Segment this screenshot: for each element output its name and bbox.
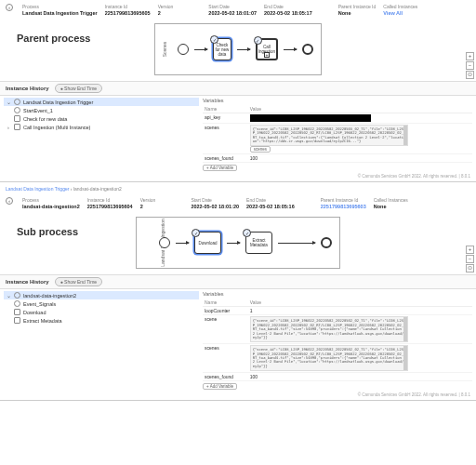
process-label: Process xyxy=(22,197,80,203)
col-value: Value xyxy=(248,299,472,307)
tree-row[interactable]: Check for new data xyxy=(4,114,199,123)
col-value: Value xyxy=(248,105,472,113)
scrollbar[interactable] xyxy=(403,317,407,341)
variable-row: scene{"scene_id":"LC08_L2SP_196022_20220… xyxy=(203,315,472,344)
process-name: landsat-data-ingestion2 xyxy=(22,204,80,209)
diagram-canvas[interactable]: Scenes ✓Check for new data ✓Call Ingesti… xyxy=(154,23,322,75)
tree-row[interactable]: StartEvent_1 xyxy=(4,106,199,114)
scrollbar[interactable] xyxy=(403,346,407,370)
parent-header: ‹ ProcessLandsat Data Ingestion Trigger … xyxy=(0,0,476,20)
node-icon xyxy=(14,309,20,315)
variable-row: scenes_found100 xyxy=(203,373,472,381)
called-label: Called Instances xyxy=(374,197,408,203)
view-all-link[interactable]: View All xyxy=(383,10,417,16)
task-extract-metadata[interactable]: ✓Extract Metadata xyxy=(245,232,272,254)
end-event-icon[interactable] xyxy=(302,44,313,55)
node-icon xyxy=(14,107,20,113)
node-label: Event_Signals xyxy=(23,301,56,307)
node-icon xyxy=(14,99,20,105)
task-check-data[interactable]: ✓Check for new data xyxy=(213,38,231,60)
zoom-out-button[interactable]: − xyxy=(466,255,474,263)
parent-instance-link[interactable]: 2251799813695603 xyxy=(321,204,366,209)
start-event-icon[interactable] xyxy=(159,237,170,248)
expand-subprocess-icon[interactable]: + xyxy=(264,52,270,58)
zoom-reset-button[interactable]: ⊙ xyxy=(466,264,474,272)
variables-table: NameValue loopCounter1scene{"scene_id":"… xyxy=(203,299,472,381)
variable-name: scenes_found xyxy=(203,154,248,163)
parent-instance-label: Parent Instance Id xyxy=(321,197,366,203)
zoom-in-button[interactable]: + xyxy=(466,246,474,254)
redacted-value xyxy=(250,114,371,122)
parent-panel: ‹ ProcessLandsat Data Ingestion Trigger … xyxy=(0,0,476,182)
sequence-flow xyxy=(194,49,207,50)
scrollbar[interactable] xyxy=(403,126,407,145)
value-pill[interactable]: scenes xyxy=(250,146,271,153)
task-badge-icon: ✓ xyxy=(210,35,218,44)
back-icon[interactable]: ‹ xyxy=(6,4,13,11)
parent-instance-label: Parent Instance Id xyxy=(338,4,377,9)
variables-title: Variables xyxy=(203,98,472,103)
start-event-icon[interactable] xyxy=(178,44,189,55)
json-value[interactable]: {"scene_id":"LC08_L2SP_196022_20220502_2… xyxy=(250,345,408,371)
variable-value: 100 xyxy=(250,155,258,161)
start-date: 2022-05-02 18:01:20 xyxy=(191,204,239,209)
variable-name: scenes xyxy=(203,124,248,154)
json-value[interactable]: {"scene_id":"LC08_L2SP_196022_20220502_2… xyxy=(250,316,408,342)
task-call-ingestion[interactable]: ✓Call Ingestion+ xyxy=(256,38,278,60)
tree-row[interactable]: ›Call Ingestion (Multi Instance) xyxy=(4,123,199,131)
version-label: Version xyxy=(140,197,156,203)
zoom-reset-button[interactable]: ⊙ xyxy=(466,71,474,79)
col-name: Name xyxy=(203,299,248,307)
task-download[interactable]: ✓Download xyxy=(194,232,221,254)
history-tree: ⌄Landsat Data Ingestion TriggerStartEven… xyxy=(4,98,199,171)
process-name: Landsat Data Ingestion Trigger xyxy=(22,10,98,16)
variable-row: loopCounter1 xyxy=(203,307,472,315)
sequence-flow xyxy=(227,243,240,244)
variable-name: loopCounter xyxy=(203,307,248,315)
diagram-canvas[interactable]: Landsat Data Ingestion ✓Download ✓Extrac… xyxy=(136,217,340,269)
variable-value: 1 xyxy=(250,308,253,313)
sequence-flow xyxy=(176,243,189,244)
add-variable-button[interactable]: + Add Variable xyxy=(203,165,237,171)
breadcrumb-current: landsat-data-ingestion2 xyxy=(73,186,122,192)
back-icon[interactable]: ‹ xyxy=(6,197,13,205)
variables-title: Variables xyxy=(203,291,472,297)
node-icon xyxy=(14,124,20,130)
task-badge-icon: ✓ xyxy=(192,229,200,237)
node-icon xyxy=(14,300,20,307)
expand-icon[interactable]: ⌄ xyxy=(6,100,11,105)
node-label: StartEvent_1 xyxy=(23,108,53,113)
zoom-in-button[interactable]: + xyxy=(466,52,474,60)
tree-row[interactable]: Extract Metadata xyxy=(4,316,199,325)
expand-icon[interactable]: › xyxy=(6,125,11,130)
breadcrumb-parent[interactable]: Landsat Data Ingestion Trigger xyxy=(6,186,69,192)
variable-name: scenes xyxy=(203,344,248,373)
zoom-out-button[interactable]: − xyxy=(466,61,474,70)
tree-row[interactable]: Event_Signals xyxy=(4,299,199,308)
tree-row[interactable]: ⌄landsat-data-ingestion2 xyxy=(4,291,199,299)
add-variable-button[interactable]: + Add Variable xyxy=(203,383,237,390)
version-label: Version xyxy=(158,4,174,9)
node-icon xyxy=(14,115,20,122)
json-value[interactable]: {"scene_id":"LC08_L2SP_196022_20220502_2… xyxy=(250,125,408,146)
task-badge-icon: ✓ xyxy=(243,229,251,237)
variable-row: scenes{"scene_id":"LC08_L2SP_196022_2022… xyxy=(203,124,472,154)
footer-text: © Camunda Services GmbH 2022. All rights… xyxy=(0,392,476,398)
node-icon xyxy=(14,317,20,324)
end-event-icon[interactable] xyxy=(321,237,332,248)
expand-icon[interactable]: ⌄ xyxy=(6,293,11,299)
start-date: 2022-05-02 18:01:07 xyxy=(208,10,257,16)
footer-text: © Camunda Services GmbH 2022. All rights… xyxy=(0,173,476,179)
end-label: End Date xyxy=(246,197,295,203)
show-end-time-toggle[interactable]: ● Show End Time xyxy=(55,84,102,93)
node-label: Call Ingestion (Multi Instance) xyxy=(23,125,90,130)
sequence-flow xyxy=(237,49,250,50)
tree-row[interactable]: ⌄Landsat Data Ingestion Trigger xyxy=(4,98,199,106)
instance-label: Instance Id xyxy=(87,197,133,203)
end-label: End Date xyxy=(264,4,312,9)
node-label: Extract Metadata xyxy=(23,318,62,324)
sequence-flow xyxy=(284,49,297,50)
sequence-flow xyxy=(278,243,315,244)
tree-row[interactable]: Download xyxy=(4,308,199,316)
show-end-time-toggle[interactable]: ● Show End Time xyxy=(55,277,102,286)
